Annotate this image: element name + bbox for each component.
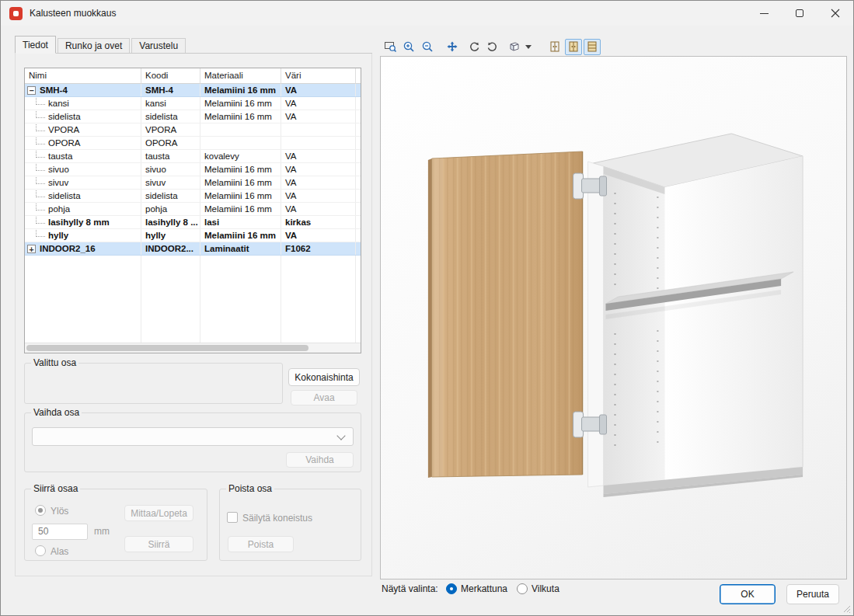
table-row[interactable]: sidelistasidelistaMelamiini 16 mmVA [25,190,361,203]
zoom-out-icon[interactable] [419,39,436,55]
cabinet-solid-icon[interactable] [565,39,582,55]
table-cell [281,137,356,149]
table-cell [200,124,281,136]
column-header-vari[interactable]: Väri [281,68,356,84]
table-row[interactable]: VPORAVPORA [25,124,361,137]
table-cell [356,163,361,176]
part-name: SMH-4 [40,85,68,96]
table-cell: VPORA [141,124,200,136]
column-header-koodi[interactable]: Koodi [141,68,200,84]
expand-icon[interactable]: + [27,245,36,253]
horizontal-scrollbar[interactable] [25,343,361,353]
table-row[interactable]: hyllyhyllyMelamiini 16 mmVA [25,229,361,242]
table-cell: sidelista [141,110,200,123]
cabinet-wireframe-icon[interactable] [546,39,563,55]
tab-tiedot[interactable]: Tiedot [15,36,56,54]
table-cell [356,190,361,202]
minimize-button[interactable] [746,1,782,26]
rotate-cw-icon[interactable] [465,39,483,55]
measure-stop-button[interactable]: Mittaa/Lopeta [124,505,193,521]
scrollbar-thumb[interactable] [26,345,308,351]
collapse-icon[interactable]: − [27,86,36,95]
table-row[interactable]: sidelistasidelistaMelamiini 16 mmVA [25,110,361,124]
table-cell [281,124,356,136]
move-down-label: Alas [51,546,68,557]
marked-radio[interactable] [446,583,457,594]
table-cell [356,229,361,242]
zoom-in-icon[interactable] [400,39,417,55]
table-cell: Melamiini 16 mm [200,110,281,123]
tab-varustelu[interactable]: Varustelu [131,38,186,53]
part-name-cell: lasihylly 8 mm [25,216,141,228]
viewer-toolbar [382,38,601,55]
move-distance-input[interactable]: 50 [32,524,88,540]
move-down-radio[interactable] [35,545,46,556]
open-button[interactable]: Avaa [291,390,357,405]
table-cell: VA [281,190,356,202]
table-cell: kansi [141,97,200,110]
table-row[interactable]: sivuvsivuvMelamiini 16 mmVA [25,176,361,190]
total-price-button[interactable]: Kokonaishinta [288,368,360,386]
3d-viewport[interactable] [380,56,847,579]
ok-button[interactable]: OK [720,584,776,604]
pan-icon[interactable] [444,39,461,55]
part-name: sivuv [48,177,68,189]
column-header-materiaali[interactable]: Materiaali [200,68,281,84]
resize-grip[interactable] [842,604,851,613]
blink-radio[interactable] [517,583,528,594]
table-cell: pohja [141,203,200,215]
move-button[interactable]: Siirrä [124,536,193,552]
close-button[interactable] [817,1,853,26]
tabstrip: Tiedot Runko ja ovet Varustelu [15,37,372,54]
delete-button[interactable]: Poista [228,536,294,552]
tab-runko-ja-ovet[interactable]: Runko ja ovet [58,38,130,53]
part-name: sidelista [48,111,81,123]
table-cell: Melamiini 16 mm [200,229,281,242]
window-controls [746,1,853,26]
app-icon [9,7,23,20]
chevron-down-icon [336,431,345,440]
table-row[interactable]: +INDOOR2_16INDOOR2...LaminaatitF1062 [25,242,361,256]
view-dropdown-icon[interactable] [523,39,534,55]
table-row[interactable]: kansikansiMelamiini 16 mmVA [25,97,361,110]
table-header: Nimi Koodi Materiaali Väri [25,68,361,84]
part-name: VPORA [48,124,79,136]
table-cell: sivuv [141,176,200,189]
table-cell: sidelista [141,190,200,202]
change-part-group-label: Vaihda osa [31,407,82,418]
table-cell: SMH-4 [141,84,200,96]
cancel-button[interactable]: Peruuta [786,584,839,604]
view-cube-icon[interactable] [506,39,523,55]
parts-table-rows: −SMH-4SMH-4Melamiini 16 mmVAkansikansiMe… [25,84,361,256]
table-cell [356,97,361,110]
rotate-ccw-icon[interactable] [484,39,501,55]
part-name-cell: tausta [25,150,141,162]
change-button[interactable]: Vaihda [286,452,354,468]
minimize-icon [760,13,769,14]
zoom-window-icon[interactable] [382,39,399,55]
table-row[interactable]: lasihylly 8 mmlasihylly 8 ...lasikirkas [25,216,361,229]
table-cell: sivuo [141,163,200,176]
table-row[interactable]: pohjapohjaMelamiini 16 mmVA [25,203,361,216]
table-empty-area [25,256,361,343]
parts-table: Nimi Koodi Materiaali Väri −SMH-4SMH-4Me… [24,68,361,353]
maximize-button[interactable] [782,1,817,26]
move-up-radio[interactable] [35,505,46,516]
keep-machining-checkbox[interactable] [227,512,238,523]
part-name-cell: −SMH-4 [25,84,141,96]
part-name: OPORA [48,137,81,149]
blink-radio-label: Vilkuta [532,583,559,594]
table-row[interactable]: sivuosivuoMelamiini 16 mmVA [25,163,361,176]
column-header-nimi[interactable]: Nimi [25,68,141,84]
move-part-group-label: Siirrä osaa [31,483,80,494]
titlebar: Kalusteen muokkaus [1,1,853,26]
change-part-combobox[interactable] [32,427,354,446]
table-row[interactable]: OPORAOPORA [25,137,361,150]
table-cell: kovalevy [200,150,281,162]
table-cell: INDOOR2... [141,242,200,255]
tab-label: Tiedot [23,40,48,50]
table-row[interactable]: taustataustakovalevyVA [25,150,361,163]
table-cell: Laminaatit [200,242,281,255]
table-row[interactable]: −SMH-4SMH-4Melamiini 16 mmVA [25,84,361,97]
cabinet-shelves-icon[interactable] [584,39,601,55]
